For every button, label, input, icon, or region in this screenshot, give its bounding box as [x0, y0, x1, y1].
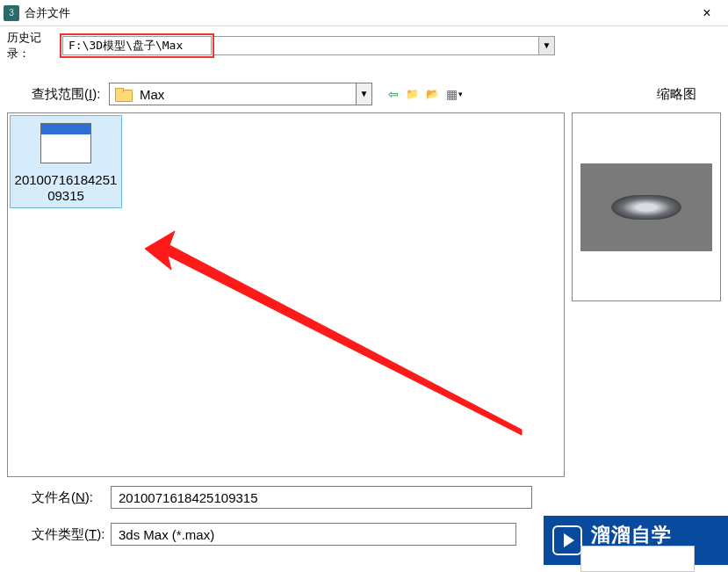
app-icon: 3: [4, 5, 19, 21]
lookin-row: 查找范围(I): Max ▼ ⇦ 📁 📂 ▦▾ 缩略图: [0, 76, 728, 112]
thumbnail-label: 缩略图: [657, 86, 696, 103]
titlebar: 3 合并文件 ×: [0, 0, 728, 26]
filename-value: 2010071618425109315: [119, 490, 258, 505]
file-item[interactable]: 2010071618425109315: [10, 115, 122, 208]
file-item-name: 2010071618425109315: [14, 172, 118, 204]
filetype-label: 文件类型(T):: [32, 526, 111, 543]
ghost-button[interactable]: [580, 546, 695, 572]
watermark-play-icon: [552, 525, 582, 555]
history-dropdown-button[interactable]: ▼: [538, 37, 554, 54]
lookin-label: 查找范围(I):: [32, 86, 109, 103]
history-label: 历史记录：: [7, 30, 60, 62]
close-button[interactable]: ×: [689, 5, 724, 21]
filetype-combo[interactable]: 3ds Max (*.max): [111, 523, 516, 546]
nav-view-button[interactable]: ▦▾: [446, 87, 463, 101]
nav-newfolder-button[interactable]: 📂: [426, 88, 439, 100]
history-combo[interactable]: F:\3D模型\盘子\Max: [62, 36, 212, 55]
main-area: 2010071618425109315: [0, 112, 728, 477]
annotation-arrow: [131, 122, 535, 456]
preview-pane: [572, 112, 721, 301]
lookin-dropdown-button[interactable]: ▼: [356, 83, 371, 105]
preview-blob: [611, 195, 681, 220]
lookin-folder-name: Max: [136, 87, 356, 102]
filetype-value: 3ds Max (*.max): [111, 523, 516, 546]
filename-label: 文件名(N):: [32, 489, 111, 506]
file-list-pane[interactable]: 2010071618425109315: [7, 112, 565, 477]
lookin-combo[interactable]: Max ▼: [109, 83, 372, 105]
window-title: 合并文件: [25, 5, 70, 21]
preview-image: [580, 163, 712, 251]
nav-back-button[interactable]: ⇦: [388, 87, 399, 101]
filename-row: 文件名(N): 2010071618425109315: [32, 486, 716, 509]
svg-marker-0: [145, 231, 522, 435]
history-path-text: F:\3D模型\盘子\Max: [63, 38, 211, 54]
history-row: 历史记录： F:\3D模型\盘子\Max ▼: [0, 26, 728, 65]
filename-input[interactable]: 2010071618425109315: [111, 486, 532, 509]
nav-icons: ⇦ 📁 📂 ▦▾: [388, 87, 463, 101]
history-combo-extension[interactable]: ▼: [214, 36, 555, 55]
nav-up-button[interactable]: 📁: [406, 88, 419, 100]
watermark-text-big: 溜溜自学: [591, 525, 672, 546]
folder-icon: [115, 88, 131, 100]
file-thumbnail-icon: [40, 123, 91, 163]
history-highlight-box: F:\3D模型\盘子\Max: [60, 33, 214, 58]
